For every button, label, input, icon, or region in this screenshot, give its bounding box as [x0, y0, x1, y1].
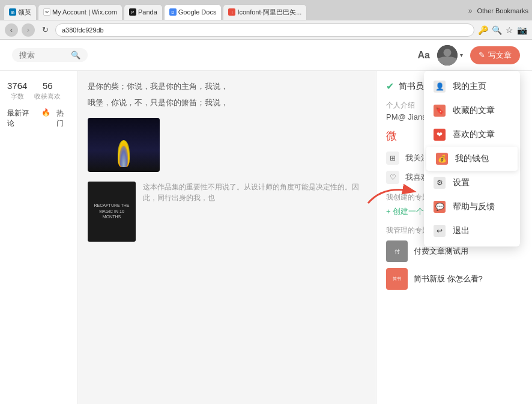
tab-hot[interactable]: 热门	[56, 108, 70, 129]
menu-item-liked[interactable]: ❤ 喜欢的文章	[424, 123, 520, 147]
menu-item-home[interactable]: 👤 我的主页	[424, 75, 520, 99]
menu-label: 设置	[453, 177, 470, 188]
article-image	[88, 118, 160, 172]
docs-favicon: D	[169, 8, 177, 16]
topic-thumb-paid: 付	[386, 240, 408, 262]
stat-num: 3764	[7, 81, 27, 91]
iconfont-favicon: i	[228, 8, 235, 16]
menu-label: 我的主页	[453, 81, 486, 92]
menu-label: 收藏的文章	[453, 105, 495, 116]
forward-btn[interactable]: ›	[22, 23, 35, 37]
stat-words: 3764 字数	[7, 81, 27, 101]
stat-label: 字数	[7, 92, 27, 101]
search-toolbar-icon[interactable]: 🔍	[492, 25, 502, 35]
user-avatar	[437, 45, 458, 66]
user-menu-trigger[interactable]: ▾	[437, 45, 463, 66]
article-text-1: 是你的柴；你说，我是你的主角，我说，	[88, 81, 366, 93]
bookmarks-label: Other Bookmarks	[477, 7, 528, 14]
heart-icon: ❤	[434, 129, 446, 141]
search-icon: 🔍	[71, 50, 80, 60]
person-icon: 👤	[434, 81, 446, 93]
menu-item-feedback[interactable]: 💬 帮助与反馈	[424, 195, 520, 219]
wallet-icon: 💰	[436, 153, 448, 165]
menu-item-settings[interactable]: ⚙ 设置	[424, 171, 520, 195]
wix-favicon: W	[43, 8, 50, 16]
browser-toolbar: ‹ › ↻ a380fdc929db 🔑 🔍 ☆ 📷	[0, 20, 532, 40]
page-content: 🔍 Aa ▾ ✎ 写文章 3764 字数	[0, 40, 532, 404]
logout-icon: ↩	[434, 225, 446, 237]
tab-label: Panda	[138, 8, 157, 16]
back-btn[interactable]: ‹	[5, 23, 18, 37]
book-desc: 这本作品集的重要性不用说了。从设计师的角度可能是决定性的。因此，同行出身的我，也	[143, 182, 366, 203]
feedback-icon: 💬	[434, 201, 446, 213]
browser-tab-wix[interactable]: W My Account | Wix.com	[38, 4, 122, 20]
address-bar[interactable]: a380fdc929db	[55, 23, 474, 37]
menu-item-logout[interactable]: ↩ 退出	[424, 219, 520, 243]
topic-name: 付费文章测试用	[414, 246, 468, 257]
heart-outline-icon: ♡	[386, 171, 399, 184]
browser-tabs-bar: in 领英 W My Account | Wix.com P Panda D G…	[0, 0, 532, 20]
chevron-down-icon: ▾	[460, 52, 463, 58]
menu-label: 退出	[453, 225, 470, 236]
menu-label: 喜欢的文章	[453, 129, 495, 140]
pencil-icon: ✎	[479, 50, 485, 60]
center-content: 是你的柴；你说，我是你的主角，我说， 哦堡，你说，不，只是你的箫笛；我说， RE…	[78, 71, 376, 404]
linkedin-favicon: in	[9, 8, 16, 16]
panda-favicon: P	[129, 8, 136, 16]
book-body: 这本作品集的重要性不用说了。从设计师的角度可能是决定性的。因此，同行出身的我，也	[143, 182, 366, 242]
article-body	[168, 118, 366, 172]
sidebar-nav-tabs: 最新评论 🔥 热门	[7, 108, 70, 129]
article-card[interactable]	[88, 118, 366, 172]
stat-likes: 56 收获喜欢	[34, 81, 61, 101]
menu-item-saved[interactable]: 🔖 收藏的文章	[424, 99, 520, 123]
grid-icon: ⊞	[386, 152, 399, 165]
browser-tab-panda[interactable]: P Panda	[124, 4, 163, 20]
browser-tab-iconfont[interactable]: i Iconfont-阿里巴巴矢...	[223, 4, 307, 20]
search-input[interactable]	[19, 50, 67, 60]
tab-label: Iconfont-阿里巴巴矢...	[237, 8, 301, 17]
left-sidebar: 3764 字数 56 收获喜欢 最新评论 🔥 热门	[0, 71, 78, 404]
fire-icon: 🔥	[41, 108, 50, 129]
browser-tab-docs[interactable]: D Google Docs	[164, 4, 222, 20]
stats-row: 3764 字数 56 收获喜欢	[7, 81, 70, 101]
article-text-2: 哦堡，你说，不，只是你的箫笛；我说，	[88, 97, 366, 109]
key-icon: 🔑	[478, 25, 488, 35]
menu-item-wallet[interactable]: 💰 我的钱包	[426, 147, 518, 171]
tabs-more-btn[interactable]: »	[468, 7, 473, 15]
address-text: a380fdc929db	[62, 26, 104, 34]
aa-button[interactable]: Aa	[418, 50, 430, 61]
search-box[interactable]: 🔍	[12, 48, 88, 62]
topic-item-book[interactable]: 简书 简书新版 你怎么看?	[386, 268, 522, 290]
dropdown-menu: 👤 我的主页 🔖 收藏的文章 ❤ 喜欢的文章 💰 我的钱包 ⚙ 设置 💬 帮助与…	[424, 71, 520, 246]
tab-latest-comment[interactable]: 最新评论	[7, 108, 35, 129]
camera-icon[interactable]: 📷	[517, 25, 527, 35]
menu-label: 我的钱包	[455, 153, 489, 164]
star-icon[interactable]: ☆	[506, 25, 513, 35]
tab-label: My Account | Wix.com	[52, 8, 117, 16]
stat-num: 56	[34, 81, 61, 91]
write-article-btn[interactable]: ✎ 写文章	[470, 46, 520, 64]
topic-thumb-book: 简书	[386, 268, 408, 290]
browser-tab-linkedin[interactable]: in 领英	[4, 4, 37, 20]
site-navbar: 🔍 Aa ▾ ✎ 写文章	[0, 40, 532, 71]
reload-btn[interactable]: ↻	[38, 23, 52, 37]
check-icon: ✔	[386, 81, 394, 92]
stat-label: 收获喜欢	[34, 92, 61, 101]
tab-label: Google Docs	[178, 8, 217, 16]
topic-name: 简书新版 你怎么看?	[414, 274, 483, 284]
tab-label: 领英	[18, 8, 31, 17]
book-thumbnail: RECAPTURE THE MAGIC IN 10 MONTHS	[88, 182, 136, 242]
bookmark-icon: 🔖	[434, 105, 446, 117]
book-card[interactable]: RECAPTURE THE MAGIC IN 10 MONTHS 这本作品集的重…	[88, 182, 366, 242]
write-btn-label: 写文章	[488, 50, 512, 61]
menu-label: 帮助与反馈	[453, 201, 495, 212]
settings-icon: ⚙	[434, 177, 446, 189]
